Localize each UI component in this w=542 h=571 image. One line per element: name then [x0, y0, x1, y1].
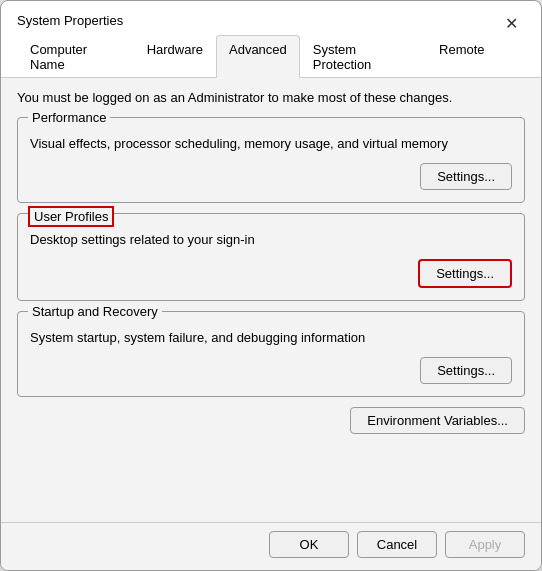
startup-recovery-label: Startup and Recovery	[28, 304, 162, 319]
user-profiles-section: User Profiles Desktop settings related t…	[17, 213, 525, 301]
window-title: System Properties	[17, 13, 498, 28]
tab-remote[interactable]: Remote	[426, 35, 498, 78]
ok-button[interactable]: OK	[269, 531, 349, 558]
user-profiles-btn-row: Settings...	[30, 259, 512, 288]
cancel-button[interactable]: Cancel	[357, 531, 437, 558]
title-bar-left: System Properties Computer Name Hardware…	[17, 13, 498, 77]
system-properties-window: System Properties Computer Name Hardware…	[0, 0, 542, 571]
performance-settings-button[interactable]: Settings...	[420, 163, 512, 190]
tabs-container: Computer Name Hardware Advanced System P…	[17, 34, 498, 77]
performance-btn-row: Settings...	[30, 163, 512, 190]
title-bar: System Properties Computer Name Hardware…	[1, 1, 541, 78]
user-profiles-desc: Desktop settings related to your sign-in	[30, 232, 512, 247]
performance-label: Performance	[28, 110, 110, 125]
content-area: You must be logged on as an Administrato…	[1, 78, 541, 522]
user-profiles-settings-button[interactable]: Settings...	[418, 259, 512, 288]
apply-button[interactable]: Apply	[445, 531, 525, 558]
performance-section: Performance Visual effects, processor sc…	[17, 117, 525, 203]
performance-desc: Visual effects, processor scheduling, me…	[30, 136, 512, 151]
tab-advanced[interactable]: Advanced	[216, 35, 300, 78]
info-text: You must be logged on as an Administrato…	[17, 90, 525, 105]
env-variables-row: Environment Variables...	[17, 407, 525, 434]
close-button[interactable]: ✕	[498, 9, 525, 37]
environment-variables-button[interactable]: Environment Variables...	[350, 407, 525, 434]
startup-recovery-desc: System startup, system failure, and debu…	[30, 330, 512, 345]
tab-hardware[interactable]: Hardware	[134, 35, 216, 78]
startup-recovery-btn-row: Settings...	[30, 357, 512, 384]
startup-recovery-section: Startup and Recovery System startup, sys…	[17, 311, 525, 397]
tab-computer-name[interactable]: Computer Name	[17, 35, 134, 78]
footer: OK Cancel Apply	[1, 522, 541, 570]
user-profiles-label: User Profiles	[28, 206, 114, 227]
startup-recovery-settings-button[interactable]: Settings...	[420, 357, 512, 384]
tab-system-protection[interactable]: System Protection	[300, 35, 426, 78]
